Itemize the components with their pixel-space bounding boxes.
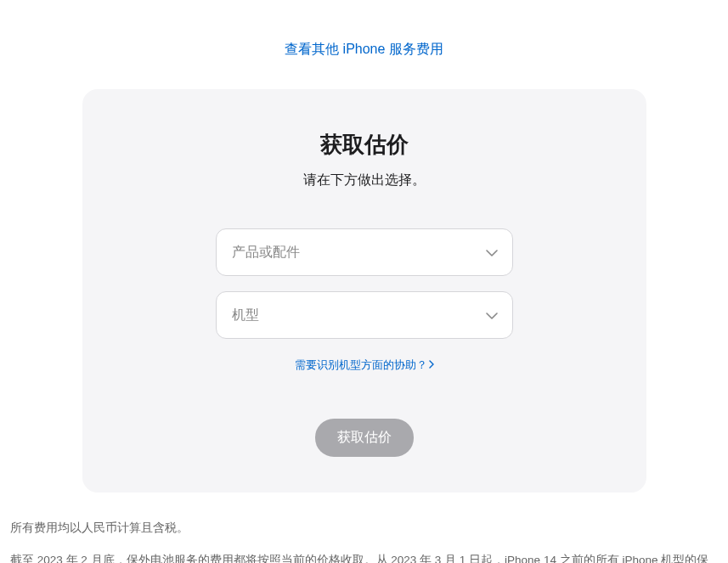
model-select[interactable]: 机型 — [216, 291, 513, 339]
card-subtitle: 请在下方做出选择。 — [116, 172, 612, 189]
top-link-container: 查看其他 iPhone 服务费用 — [8, 41, 720, 59]
get-estimate-button[interactable]: 获取估价 — [315, 419, 414, 457]
estimate-card: 获取估价 请在下方做出选择。 产品或配件 机型 需要识别机型方面的协助？ 获取估… — [82, 89, 646, 493]
model-select-placeholder: 机型 — [232, 307, 259, 324]
identify-model-help-link[interactable]: 需要识别机型方面的协助？ — [295, 358, 434, 373]
other-services-link[interactable]: 查看其他 iPhone 服务费用 — [285, 42, 443, 56]
model-select-wrap: 机型 — [216, 291, 513, 339]
product-select-wrap: 产品或配件 — [216, 228, 513, 276]
price-change-note: 截至 2023 年 2 月底，保外电池服务的费用都将按照当前的价格收取。从 20… — [10, 550, 718, 563]
price-note-prefix: 截至 2023 年 2 月底，保外电池服务的费用都将按照当前的价格收取。从 20… — [10, 554, 708, 563]
card-title: 获取估价 — [116, 130, 612, 160]
tax-note: 所有费用均以人民币计算且含税。 — [10, 518, 718, 538]
chevron-right-icon — [429, 359, 434, 371]
product-select[interactable]: 产品或配件 — [216, 228, 513, 276]
footer-notes: 所有费用均以人民币计算且含税。 截至 2023 年 2 月底，保外电池服务的费用… — [8, 518, 720, 563]
help-link-text: 需要识别机型方面的协助？ — [295, 358, 427, 373]
product-select-placeholder: 产品或配件 — [232, 244, 300, 262]
